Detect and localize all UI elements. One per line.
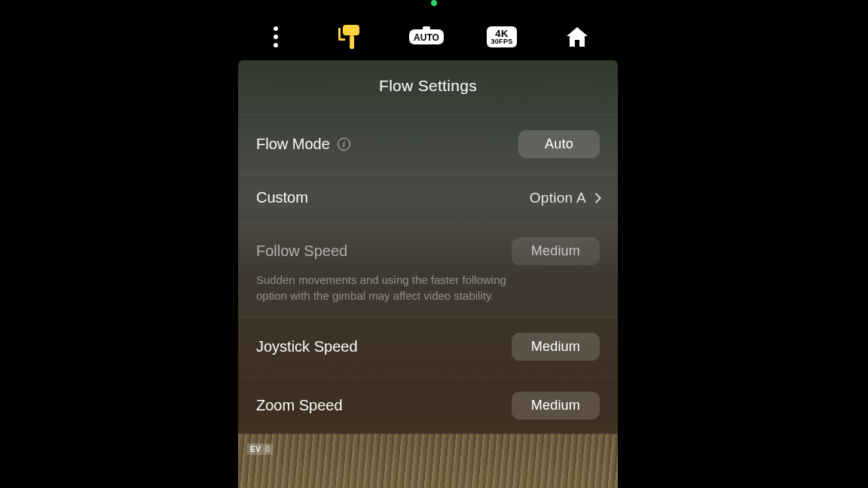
- custom-value-text: Option A: [530, 190, 586, 206]
- flow-settings-panel: Flow Settings Flow Mode Auto Custom Opti…: [238, 60, 618, 488]
- app-stage: AUTO 4K 30FPS Flow Settings Flow Mode Au…: [0, 0, 868, 488]
- home-button[interactable]: [562, 22, 592, 52]
- custom-value-link: Option A: [530, 190, 600, 206]
- top-toolbar: AUTO 4K 30FPS: [238, 18, 618, 56]
- ev-value: 0: [265, 445, 270, 453]
- flow-mode-label: Flow Mode: [256, 136, 350, 153]
- row-flow-mode: Flow Mode Auto: [238, 115, 618, 174]
- row-joystick-speed: Joystick Speed Medium: [238, 318, 618, 377]
- ev-badge-text: EV: [250, 445, 261, 453]
- resolution-line2: 30FPS: [491, 38, 512, 45]
- info-icon[interactable]: [338, 138, 350, 151]
- flow-mode-label-text: Flow Mode: [256, 136, 330, 153]
- row-follow-speed: Follow Speed Medium: [238, 222, 618, 280]
- joystick-speed-value-button[interactable]: Medium: [512, 333, 600, 361]
- more-vertical-icon: [274, 26, 278, 47]
- joystick-speed-label: Joystick Speed: [256, 338, 358, 355]
- row-custom[interactable]: Custom Option A: [238, 174, 618, 222]
- resolution-badge-icon: 4K 30FPS: [487, 26, 516, 47]
- recording-indicator-dot: [431, 0, 437, 6]
- custom-label: Custom: [256, 189, 308, 206]
- panel-title: Flow Settings: [238, 60, 618, 115]
- gimbal-icon: [340, 25, 362, 49]
- more-menu-button[interactable]: [261, 22, 291, 52]
- resolution-button[interactable]: 4K 30FPS: [487, 22, 517, 52]
- row-zoom-speed: Zoom Speed Medium: [238, 377, 618, 435]
- follow-speed-value-button[interactable]: Medium: [512, 237, 600, 265]
- home-icon: [565, 26, 589, 48]
- follow-speed-label: Follow Speed: [256, 242, 347, 260]
- gimbal-mode-button[interactable]: [336, 22, 366, 52]
- flow-mode-value-button[interactable]: Auto: [518, 130, 600, 158]
- row-follow-speed-block: Follow Speed Medium Sudden movements and…: [238, 222, 618, 318]
- zoom-speed-label: Zoom Speed: [256, 397, 343, 414]
- ev-badge: EV 0: [247, 444, 273, 455]
- zoom-speed-value-button[interactable]: Medium: [512, 392, 600, 419]
- auto-badge-icon: AUTO: [409, 29, 444, 44]
- auto-mode-button[interactable]: AUTO: [411, 22, 442, 52]
- chevron-right-icon: [591, 192, 601, 203]
